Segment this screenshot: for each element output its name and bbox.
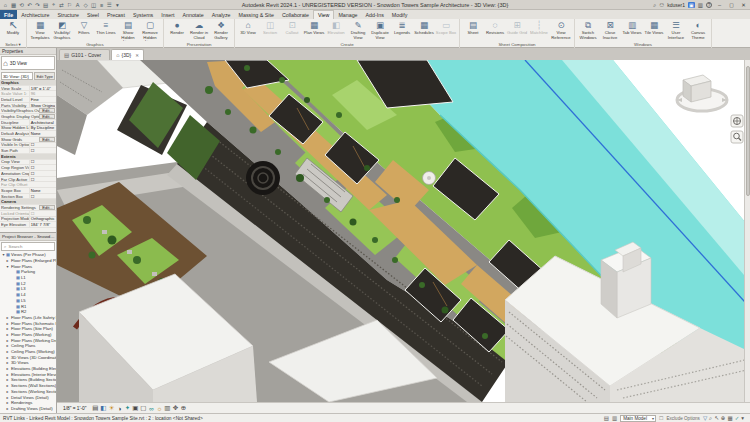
view-control-icon[interactable]: ✥ <box>171 404 179 412</box>
qat-icon[interactable]: ⟲ <box>18 2 25 8</box>
ribbon-button[interactable]: ◧ Elevation <box>325 20 347 41</box>
expand-arrow-icon[interactable]: ▸ <box>5 383 10 388</box>
design-options-dropdown[interactable]: Main Model <box>620 415 656 422</box>
exclude-options-checkbox[interactable]: ☐ <box>659 415 663 421</box>
status-filter-icon[interactable]: ↖ <box>714 415 719 421</box>
expand-arrow-icon[interactable]: ▸ <box>5 315 10 320</box>
qat-icon[interactable]: ↷ <box>34 2 41 8</box>
expand-arrow-icon[interactable]: ▸ <box>5 377 10 382</box>
browser-tree-item[interactable]: ▸ Floor Plans (Enlarged Plans) <box>0 258 56 264</box>
ribbon-button[interactable]: ▥ Tab Views <box>621 20 643 41</box>
ribbon-tab[interactable]: Add-Ins <box>362 10 388 19</box>
expand-arrow-icon[interactable]: ▸ <box>5 400 10 405</box>
ribbon-button[interactable]: ◫ Section <box>259 20 281 41</box>
qat-icon[interactable]: ⌂ <box>2 2 9 8</box>
qat-icon[interactable]: ⇄ <box>58 2 65 8</box>
store-icon[interactable]: ▥ <box>698 2 703 8</box>
ribbon-tab[interactable]: Massing & Site <box>235 10 278 19</box>
expand-arrow-icon[interactable]: ▸ <box>5 338 10 343</box>
ribbon-button[interactable]: ☰ User Interface <box>665 20 687 41</box>
browser-tree-item[interactable]: ▸ Elevations (Building Elevation) <box>0 366 56 372</box>
expand-arrow-icon[interactable]: ▸ <box>5 389 10 394</box>
qat-icon[interactable]: ↶ <box>26 2 33 8</box>
tab-close-icon[interactable]: ✕ <box>135 53 139 58</box>
3d-view-canvas[interactable] <box>57 60 744 402</box>
type-dropdown[interactable]: 3D View: {3D} <box>1 72 33 80</box>
ribbon-button[interactable]: ▣ Duplicate View <box>369 20 391 41</box>
ribbon-button[interactable]: ⌂ 3D View <box>237 20 259 41</box>
ribbon-button[interactable]: ▦ View Templates <box>29 20 51 41</box>
view-tab[interactable]: ⌂ {3D} ✕ <box>111 49 144 60</box>
status-filter-icon[interactable]: ▾ <box>741 415 744 421</box>
expand-arrow-icon[interactable]: ▸ <box>5 372 10 377</box>
editing-requests-icon[interactable]: ▥ <box>612 415 617 421</box>
browser-tree-item[interactable]: ▸ Sections (Building Sections) <box>0 377 56 383</box>
expand-arrow-icon[interactable]: ▸ <box>5 321 10 326</box>
view-tab[interactable]: ▤ G101 - Cover <box>59 49 110 60</box>
view-control-icon[interactable]: ◑ <box>115 405 123 412</box>
status-filter-icon[interactable]: ⌕ <box>709 415 712 422</box>
browser-tree-item[interactable]: ▸ Drafting Views (Detail) <box>0 406 56 412</box>
ribbon-button[interactable]: ⊠ Close Inactive <box>599 20 621 41</box>
ribbon-tab[interactable]: View <box>313 10 334 19</box>
ribbon-button[interactable]: ⊡ Callout <box>281 20 303 41</box>
help-icon[interactable]: ? <box>706 2 712 8</box>
expand-arrow-icon[interactable]: ▸ <box>5 332 10 337</box>
view-control-icon[interactable]: ▢ <box>139 404 147 412</box>
minimize-button[interactable]: – <box>715 2 724 8</box>
type-selector[interactable]: ⌂ 3D View <box>1 56 55 70</box>
close-button[interactable]: ✕ <box>739 2 748 8</box>
ribbon-button[interactable]: ◐ Canvas Theme <box>687 20 709 41</box>
highlighted-panel-icon[interactable]: ▣ <box>688 2 695 8</box>
browser-tree-item[interactable]: ▸ 3D Views (3D Coordination) <box>0 354 56 360</box>
scale-button[interactable]: 1/8" = 1'-0" <box>60 405 89 412</box>
properties-header[interactable]: Properties <box>0 48 56 55</box>
ribbon-tab[interactable]: Insert <box>157 10 178 19</box>
qat-icon[interactable]: ▾ <box>114 2 121 8</box>
qat-icon[interactable]: A <box>74 2 81 8</box>
browser-tree-item[interactable]: ▸ Floor Plans (Working) <box>0 332 56 338</box>
expand-arrow-icon[interactable]: ▸ <box>5 355 10 360</box>
ribbon-button[interactable]: ▦ Schedules <box>413 20 435 41</box>
view-control-icon[interactable]: ▤ <box>91 404 99 412</box>
qat-icon[interactable]: ⌖ <box>50 1 57 8</box>
expand-arrow-icon[interactable]: ▸ <box>5 366 10 371</box>
ribbon-tab[interactable]: Analyze <box>208 10 235 19</box>
qat-icon[interactable]: ▦ <box>10 2 17 8</box>
ribbon-tab[interactable]: Collaborate <box>278 10 313 19</box>
ribbon-button[interactable]: ▤ Sheet <box>462 20 484 41</box>
ribbon-button[interactable]: ✎ Drafting View <box>347 20 369 41</box>
expand-arrow-icon[interactable]: ▸ <box>5 395 10 400</box>
view-control-icon[interactable]: ▥ <box>163 404 171 412</box>
browser-tree-item[interactable]: ▸ Floor Plans (Schematic Plans) <box>0 320 56 326</box>
qat-icon[interactable]: ⚐ <box>66 2 73 8</box>
ribbon-button[interactable]: ❖ Render Gallery <box>210 20 232 41</box>
ribbon-button[interactable]: ⊙ View Reference <box>550 20 572 41</box>
expand-arrow-icon[interactable]: ▸ <box>5 326 10 331</box>
vertical-scrollbar[interactable] <box>744 60 750 402</box>
expand-arrow-icon[interactable]: ▸ <box>5 343 10 348</box>
view-control-icon[interactable]: ✦ <box>123 404 131 412</box>
expand-arrow-icon[interactable]: ▸ <box>5 406 10 411</box>
qat-icon[interactable]: ▤ <box>42 2 49 8</box>
search-icon[interactable]: ⌕ <box>653 2 656 9</box>
ribbon-tab[interactable]: Precast <box>103 10 129 19</box>
view-control-icon[interactable]: ▣ <box>131 404 139 412</box>
browser-tree-item[interactable]: ▸ Floor Plans (Working Drawings) <box>0 337 56 343</box>
browser-tree-item[interactable]: ▸ Floor Plans (Life Safety Plans) <box>0 315 56 321</box>
browser-tree-item[interactable]: ▸ Ceiling Plans (Working) <box>0 349 56 355</box>
qat-icon[interactable]: ◇ <box>82 2 89 8</box>
expand-arrow-icon[interactable]: ▸ <box>5 360 10 365</box>
ribbon-button[interactable]: ◩ Visibility/ Graphics <box>51 20 73 41</box>
ribbon-button[interactable]: ▢ Remove Hidden Lines <box>139 20 161 41</box>
browser-tree-item[interactable]: ▸ Elevations (Interior Elevation) <box>0 371 56 377</box>
browser-tree-item[interactable]: ▸ Sections (Wall Sections) <box>0 383 56 389</box>
status-filter-icon[interactable]: ⊕ <box>721 415 726 421</box>
ribbon-button[interactable]: ↖ Modify <box>2 20 24 41</box>
status-filter-icon[interactable]: ▽ <box>703 415 707 421</box>
account-name[interactable]: kduser1 <box>667 2 685 8</box>
ribbon-button[interactable]: ◌ Revisions <box>484 20 506 41</box>
ribbon-button[interactable]: ▤ Show Hidden Lines <box>117 20 139 41</box>
view-control-icon[interactable]: ⊕ <box>179 404 187 412</box>
ribbon-button[interactable]: ⧉ Switch Windows <box>577 20 599 41</box>
